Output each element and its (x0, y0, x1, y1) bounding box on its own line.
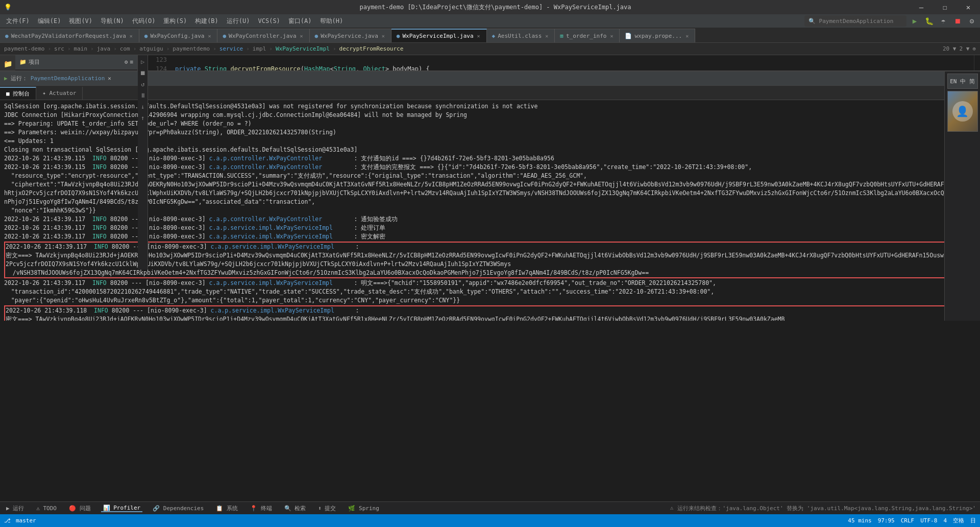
tab-close-icon[interactable]: ✕ (476, 33, 481, 39)
maximize-button[interactable]: ☐ (933, 0, 957, 14)
bottom-tab-run[interactable]: ▶ 运行 (4, 505, 26, 512)
tab-icon: ● (5, 33, 9, 39)
run-button[interactable]: ▶ (909, 15, 921, 27)
tab-aesutil[interactable]: ◆ AesUtil.class ✕ (487, 29, 555, 42)
menu-code[interactable]: 代码(O) (128, 16, 160, 27)
log-line: SqlSession [org.apache.ibatis.session.de… (4, 102, 976, 111)
tab-icon: ● (315, 33, 318, 39)
tab-close-icon[interactable]: ✕ (207, 33, 212, 39)
gutter-run[interactable]: ▷ (140, 57, 145, 66)
gutter-step[interactable]: ↓ (140, 102, 145, 111)
tab-torderinfo[interactable]: ⊞ t_order_info ✕ (555, 29, 620, 42)
log-line: "nonce":"IkmhhK59G3wS"}} (4, 206, 976, 215)
tab-close-icon[interactable]: ✕ (544, 33, 549, 39)
tab-wxpaycontroller[interactable]: ● WxPayController.java ✕ (217, 29, 309, 42)
bottom-tab-system[interactable]: 📋 系统 (214, 505, 240, 512)
gutter-rerun[interactable]: ↺ (140, 80, 145, 89)
console-tab-console[interactable]: ■ 控制台 (0, 87, 36, 100)
menu-edit[interactable]: 编辑(E) (34, 16, 65, 27)
log-line-highlight2: 2022-10-26 21:43:39.118 INFO 80200 --- [… (4, 305, 976, 321)
menu-build[interactable]: 构建(B) (191, 16, 223, 27)
stop-button[interactable]: ⏹ (951, 15, 964, 27)
tab-icon: ● (223, 33, 226, 39)
close-button[interactable]: ✕ (957, 0, 980, 14)
run-play-icon: ▶ (4, 75, 8, 82)
log-line: 2022-10-26 21:43:39.115 INFO 80200 --- [… (4, 154, 976, 163)
log-line: "transaction_id":"4200001587202210262749… (4, 288, 976, 296)
log-line: "ciphertext":"TAwVzkjvnpBq4o8Ui23RJd+jAO… (4, 180, 976, 206)
sidebar-header: 📁 项目 ⚙ ≡ (15, 55, 137, 69)
menu-help[interactable]: 帮助(H) (316, 16, 348, 27)
menu-run[interactable]: 运行(U) (223, 16, 254, 27)
log-line: 2022-10-26 21:43:39.117 INFO 80200 --- [… (4, 279, 976, 288)
tab-wxpayservice[interactable]: ● WxPayService.java ✕ (310, 29, 391, 42)
minimize-button[interactable]: – (910, 0, 933, 14)
gutter-pause[interactable]: ⏸ (139, 91, 147, 100)
log-line: <== Updates: 1 (4, 137, 976, 146)
console-tab-actuator[interactable]: ✦ Actuator (36, 87, 83, 100)
breadcrumb-item: atguigu (139, 45, 163, 52)
breadcrumb-item: com (120, 45, 130, 52)
project-icon: 📁 (19, 59, 27, 65)
tab-wxpayconfig[interactable]: ● WxPayConfig.java ✕ (139, 29, 218, 42)
console-right-panel: EN 中 简 👤 (944, 71, 980, 321)
tab-close-icon[interactable]: ✕ (299, 33, 304, 39)
menu-refactor[interactable]: 重构(S) (159, 16, 191, 27)
tab-close-icon[interactable]: ✕ (684, 33, 690, 39)
project-icon[interactable]: 📁 (1, 57, 14, 70)
tab-icon: ● (144, 33, 148, 39)
coverage-button[interactable]: ☂ (937, 15, 949, 27)
gutter-step2[interactable]: ↑ (140, 113, 145, 123)
gutter-controls: ▷ ⏹ ↺ ⏸ ↓ ↑ (138, 55, 148, 270)
tab-wxpayserviceimpl[interactable]: ● WxPayServiceImpl.java ✕ (391, 29, 487, 42)
log-line: 2022-10-26 21:43:39.117 INFO 80200 --- [… (4, 224, 976, 232)
bottom-tab-profiler[interactable]: 📊 Profiler (101, 505, 143, 512)
column-indicator: 2 ▼ (960, 45, 970, 52)
bottom-tab-commit[interactable]: ⬆ 提交 (316, 505, 338, 512)
debug-button[interactable]: 🐛 (923, 15, 935, 27)
bottom-tab-terminal[interactable]: 📍 终端 (248, 505, 274, 512)
breadcrumb-item: payment-demo (4, 45, 44, 52)
menu-nav[interactable]: 导航(N) (96, 16, 128, 27)
bottom-tab-dependencies[interactable]: 🔗 Dependencies (151, 505, 206, 512)
menu-window[interactable]: 窗口(A) (284, 16, 316, 27)
run-app-name: PaymentDemoApplication (31, 75, 105, 82)
menu-vcs[interactable]: VCS(S) (254, 16, 284, 26)
statusbar-spaces: 空格 (953, 517, 964, 524)
statusbar-time: 45 mins (848, 517, 871, 524)
tab-icon: ⊞ (560, 33, 564, 39)
run-close-btn[interactable]: ✕ (108, 75, 111, 82)
log-line: "resource_type":"encrypt-resource","even… (4, 172, 976, 180)
tab-bar: ● WechatPay2ValidatorForRequest.java ✕ ●… (0, 28, 980, 43)
breadcrumb-item: decryptFromResource (339, 45, 404, 52)
tab-wxpayprop[interactable]: 📄 wxpay.prope... ✕ (620, 29, 695, 42)
bottom-tab-spring[interactable]: 🌿 Spring (346, 505, 381, 512)
status-bar: ⎇ master 45 mins 97:95 CRLF UTF-8 4 空格 日 (0, 514, 980, 527)
sidebar-settings-icon[interactable]: ⚙ (125, 59, 128, 65)
search-everywhere-button[interactable]: 🔍 PaymentDemoApplication (804, 15, 906, 27)
statusbar-position: 97:95 (878, 517, 895, 524)
tab-close-icon[interactable]: ✕ (129, 33, 134, 39)
menu-view[interactable]: 视图(V) (65, 16, 96, 27)
statusbar-right: 45 mins 97:95 CRLF UTF-8 4 空格 日 (848, 517, 976, 524)
tab-wechatpay2validator[interactable]: ● WechatPay2ValidatorForRequest.java ✕ (0, 29, 139, 42)
bottom-tab-problems[interactable]: 🔴 问题 (67, 505, 93, 512)
menu-file[interactable]: 文件(F) (2, 16, 34, 27)
tab-close-icon[interactable]: ✕ (609, 33, 614, 39)
tab-icon: 📄 (625, 33, 632, 39)
settings-button[interactable]: ⚙ (966, 15, 978, 27)
tab-close-icon[interactable]: ✕ (381, 33, 386, 39)
statusbar-encoding: UTF-8 (920, 517, 937, 524)
bottom-tab-todo[interactable]: ⚠ TODO (34, 505, 59, 512)
breadcrumb-item: src (54, 45, 64, 52)
log-line-highlight: 2022-10-26 21:43:39.117 INFO 80200 --- [… (4, 242, 976, 278)
avatar-image: 👤 (947, 91, 978, 132)
sidebar-collapse-icon[interactable]: ≡ (130, 59, 133, 65)
log-line: 2022-10-26 21:43:39.117 INFO 80200 --- [… (4, 215, 976, 224)
gutter-stop[interactable]: ⏹ (139, 68, 147, 78)
statusbar-line-endings: CRLF (901, 517, 915, 524)
bottom-tab-search[interactable]: 🔍 检索 (282, 505, 308, 512)
breadcrumb-item: java (97, 45, 111, 52)
lang-switcher[interactable]: EN 中 简 (947, 74, 978, 89)
log-line: ==> Preparing: UPDATE t_order_info SET c… (4, 119, 976, 128)
